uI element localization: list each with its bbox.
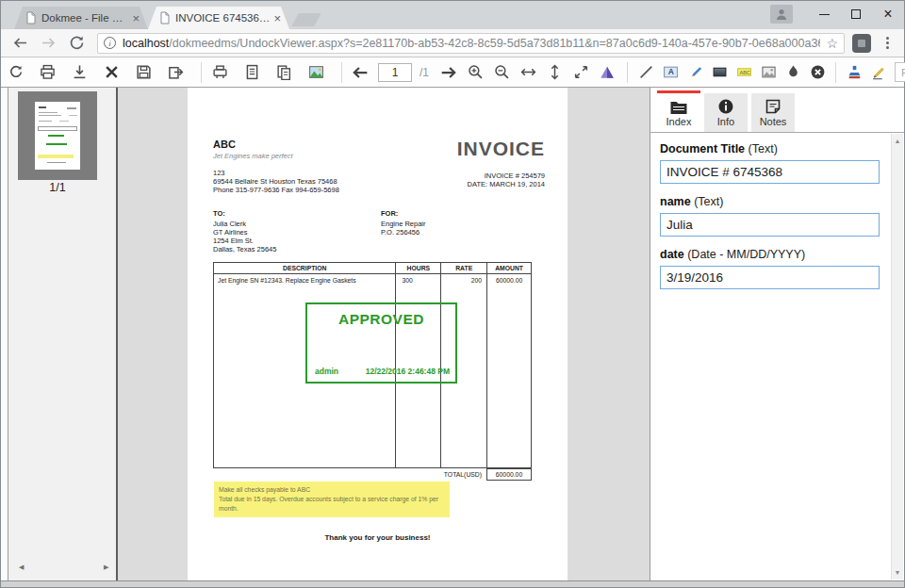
tab-close-icon[interactable]: × — [271, 11, 284, 25]
payment-notes: Make all checks payable to ABC Total due… — [214, 482, 450, 517]
date-field[interactable] — [660, 266, 880, 289]
bill-to-block: TO: Julia Clerk GT Airlines 1254 Elm St.… — [213, 209, 381, 253]
total-row: TOTAL(USD) 60000.00 — [213, 468, 532, 481]
window-controls: × — [770, 1, 904, 27]
tab-title: INVOICE 6745368.pdf — [175, 12, 271, 24]
image-annotation-icon[interactable] — [760, 64, 777, 81]
extension-icon[interactable] — [852, 34, 871, 53]
approved-stamp: APPROVED admin 12/22/2016 2:46:48 PM — [305, 302, 457, 384]
svg-text:ABC: ABC — [739, 70, 750, 75]
view-text-icon[interactable] — [243, 64, 260, 81]
url-field[interactable]: i localhost/dokmeedms/UndockViewer.aspx?… — [97, 33, 845, 54]
tab-title: Dokmee - File Explorer — [41, 12, 129, 24]
new-tab-button[interactable] — [291, 13, 321, 26]
document-title-field[interactable] — [660, 160, 880, 184]
remove-annotation-icon[interactable] — [809, 64, 826, 81]
download-icon[interactable] — [71, 64, 88, 81]
tab-label: Notes — [760, 116, 787, 127]
export-icon[interactable] — [167, 64, 184, 81]
svg-text:A: A — [667, 67, 673, 76]
minimize-button[interactable] — [808, 2, 840, 26]
view-photo-icon[interactable] — [307, 64, 324, 81]
print-icon[interactable] — [39, 64, 56, 81]
tab-label: Info — [717, 116, 734, 127]
window-bottom-edge — [1, 580, 904, 587]
field-label-date: date (Date - MM/DD/YYYY) — [660, 248, 880, 261]
close-button[interactable]: × — [872, 2, 904, 26]
name-field[interactable] — [660, 213, 880, 237]
page-thumbnail[interactable] — [18, 91, 97, 180]
delete-icon[interactable] — [103, 64, 120, 81]
forward-icon[interactable] — [37, 32, 59, 55]
full-screen-icon[interactable] — [572, 64, 589, 81]
tab-index[interactable]: Index — [657, 90, 700, 132]
tab-info[interactable]: Info — [704, 93, 748, 132]
redact-rectangle-icon[interactable] — [711, 64, 728, 81]
profile-button[interactable] — [770, 5, 793, 24]
refresh-icon[interactable] — [7, 64, 24, 81]
page-total-label: /1 — [420, 66, 429, 79]
stamp-tool-icon[interactable] — [846, 64, 863, 81]
titlebar: Dokmee - File Explorer × INVOICE 6745368… — [1, 1, 904, 29]
stamp-datetime: 12/22/2016 2:46:48 PM — [366, 367, 450, 376]
bookmark-star-icon[interactable]: ☆ — [826, 36, 838, 51]
scroll-left-icon[interactable]: ◀ — [19, 562, 26, 572]
tab-label: Index — [666, 116, 692, 127]
company-name: ABC — [213, 139, 339, 150]
panel-vscrollbar[interactable]: ▲ ▼ — [891, 134, 903, 580]
tab-close-icon[interactable]: × — [129, 11, 142, 25]
thumbnail-page-label: 1/1 — [18, 181, 97, 194]
thumbnail-preview — [35, 102, 80, 170]
field-label-document-title: Document Title (Text) — [660, 142, 880, 155]
zoom-in-icon[interactable] — [467, 64, 484, 81]
burn-annotations-icon[interactable] — [784, 64, 801, 81]
browser-menu-icon[interactable] — [880, 37, 895, 49]
index-panel: Index Info Notes Document Title (Text) — [650, 88, 904, 580]
rotate-icon[interactable] — [599, 64, 616, 81]
highlight-tool-icon[interactable]: ABC — [735, 64, 752, 81]
zoom-out-icon[interactable] — [493, 64, 510, 81]
url-text: localhost/dokmeedms/UndockViewer.aspx?s=… — [123, 37, 820, 50]
next-page-icon[interactable] — [440, 64, 457, 81]
tabstrip: Dokmee - File Explorer × INVOICE 6745368… — [14, 7, 318, 29]
index-fields: Document Title (Text) name (Text) date (… — [650, 132, 904, 580]
text-annotation-icon[interactable]: A — [662, 64, 679, 81]
prev-page-icon[interactable] — [352, 64, 369, 81]
panel-tabs: Index Info Notes — [650, 88, 904, 132]
browser-window: Dokmee - File Explorer × INVOICE 6745368… — [0, 0, 905, 588]
company-tagline: Jet Engines make perfect — [213, 152, 339, 160]
page-favicon-icon — [159, 11, 171, 24]
viewer-toolbar: /1 A ABC — [1, 57, 904, 88]
page-info-icon[interactable]: i — [104, 37, 116, 49]
thumbnail-hscrollbar[interactable]: ◀ ▶ — [19, 562, 111, 572]
invoice-page: ABC Jet Engines make perfect 123 69544 B… — [188, 88, 568, 580]
reload-icon[interactable] — [65, 32, 88, 55]
scroll-up-icon[interactable]: ▲ — [892, 138, 903, 144]
scroll-down-icon[interactable]: ▼ — [892, 569, 903, 576]
maximize-button[interactable] — [840, 2, 872, 26]
footer-message: Thank you for your business! — [188, 533, 568, 542]
tab-invoice-pdf[interactable]: INVOICE 6745368.pdf × — [148, 7, 289, 29]
copy-pages-icon[interactable] — [275, 64, 292, 81]
page-number-input[interactable] — [378, 63, 412, 82]
signature-tool-icon[interactable] — [870, 64, 887, 81]
tab-file-explorer[interactable]: Dokmee - File Explorer × — [14, 7, 148, 29]
address-bar: i localhost/dokmeedms/UndockViewer.aspx?… — [1, 29, 904, 57]
stamp-user: admin — [315, 367, 338, 376]
for-block: FOR: Engine Repair P.O. 256456 — [381, 209, 426, 253]
invoice-title: INVOICE — [457, 139, 545, 159]
save-icon[interactable] — [135, 64, 152, 81]
document-viewport[interactable]: ABC Jet Engines make perfect 123 69544 B… — [116, 88, 650, 580]
line-tool-icon[interactable] — [637, 64, 654, 81]
scan-icon[interactable] — [211, 64, 228, 81]
page-favicon-icon — [25, 11, 37, 24]
find-input[interactable] — [895, 62, 905, 82]
tab-notes[interactable]: Notes — [751, 93, 795, 132]
fit-height-icon[interactable] — [546, 64, 563, 81]
back-icon[interactable] — [8, 32, 31, 55]
pen-tool-icon[interactable] — [686, 64, 703, 81]
scroll-right-icon[interactable]: ▶ — [104, 562, 111, 572]
folder-icon — [669, 99, 688, 115]
fit-width-icon[interactable] — [519, 64, 536, 81]
invoice-meta: INVOICE # 254579 DATE: MARCH 19, 2014 — [457, 172, 545, 188]
